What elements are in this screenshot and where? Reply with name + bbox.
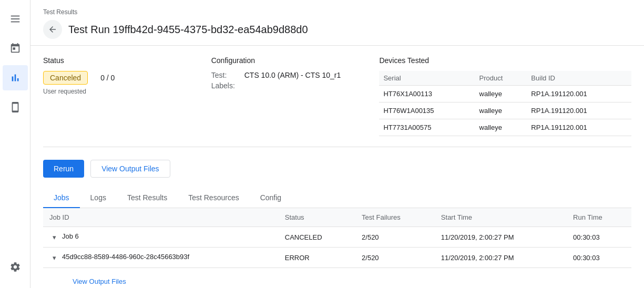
job-start-cell: 11/20/2019, 2:00:27 PM <box>435 248 567 268</box>
devices-col-buildid: Build ID <box>527 71 631 86</box>
config-label: Configuration <box>211 56 380 65</box>
back-button[interactable] <box>43 20 62 39</box>
jobs-col-status: Status <box>279 208 355 227</box>
jobs-col-failures: Test Failures <box>355 208 435 227</box>
user-requested-text: User requested <box>43 88 211 95</box>
job-failures-cell: 2/520 <box>355 248 435 268</box>
devices-table-row: HT76W1A00135 walleye RP1A.191120.001 <box>379 102 631 119</box>
expand-icon[interactable]: ▾ <box>49 253 59 262</box>
status-badge: Canceled <box>43 71 88 85</box>
view-output-files-link[interactable]: View Output Files <box>66 273 132 288</box>
jobs-col-runtime: Run Time <box>567 208 631 227</box>
view-output-button[interactable]: View Output Files <box>90 160 170 178</box>
svg-rect-2 <box>11 22 19 23</box>
devices-table: Serial Product Build ID HT76X1A00113 wal… <box>379 71 631 136</box>
job-start-cell: 11/20/2019, 2:00:27 PM <box>435 227 567 248</box>
job-failures-cell: 2/520 <box>355 227 435 248</box>
device-buildid: RP1A.191120.001 <box>527 86 631 102</box>
svg-rect-1 <box>11 18 19 19</box>
jobs-col-jobid: Job ID <box>43 208 279 227</box>
sidebar-item-list[interactable] <box>3 6 28 32</box>
devices-table-row: HT76X1A00113 walleye RP1A.191120.001 <box>379 86 631 102</box>
devices-col-serial: Serial <box>379 71 475 86</box>
tab-logs[interactable]: Logs <box>80 188 117 208</box>
breadcrumb: Test Results <box>43 8 631 16</box>
tab-jobs[interactable]: Jobs <box>43 188 80 208</box>
tab-test-resources[interactable]: Test Resources <box>178 188 249 208</box>
devices-col: Devices Tested Serial Product Build ID H… <box>379 56 631 136</box>
devices-col-product: Product <box>475 71 527 86</box>
expand-icon[interactable]: ▾ <box>49 232 59 242</box>
jobs-table-row: ▾45d9cc88-8589-4486-960c-28c45663b93f ER… <box>43 248 631 268</box>
device-product: walleye <box>475 119 527 136</box>
job-runtime-cell: 00:30:03 <box>567 227 631 248</box>
content-area: Status Canceled 0 / 0 User requested Con… <box>30 46 644 288</box>
device-buildid: RP1A.191120.001 <box>527 119 631 136</box>
job-id-cell: ▾45d9cc88-8589-4486-960c-28c45663b93f <box>43 248 279 268</box>
sidebar <box>0 0 30 288</box>
progress-text: 0 / 0 <box>100 74 115 82</box>
tabs-bar: Jobs Logs Test Results Test Resources Co… <box>43 188 631 208</box>
rerun-button[interactable]: Rerun <box>43 160 84 178</box>
job-status-cell: CANCELED <box>279 227 355 248</box>
sidebar-item-phone[interactable] <box>3 95 28 120</box>
config-labels-key: Labels: <box>211 81 240 90</box>
page-title: Test Run 19ffb42d-9455-4375-bd32-ea54ab9… <box>68 24 308 36</box>
view-output-row: View Output Files <box>43 268 631 289</box>
svg-rect-0 <box>11 16 19 17</box>
device-serial: HT76X1A00113 <box>379 86 475 102</box>
config-test-value: CTS 10.0 (ARM) - CTS 10_r1 <box>244 71 341 79</box>
job-status-cell: ERROR <box>279 248 355 268</box>
devices-table-row: HT7731A00575 walleye RP1A.191120.001 <box>379 119 631 136</box>
jobs-table: Job ID Status Test Failures Start Time R… <box>43 208 631 288</box>
jobs-col-start: Start Time <box>435 208 567 227</box>
status-label: Status <box>43 56 211 65</box>
jobs-table-row: ▾Job 6 CANCELED 2/520 11/20/2019, 2:00:2… <box>43 227 631 248</box>
tab-test-results[interactable]: Test Results <box>117 188 178 208</box>
job-runtime-cell: 00:30:03 <box>567 248 631 268</box>
config-test-key: Test: <box>211 71 240 79</box>
config-col: Configuration Test: CTS 10.0 (ARM) - CTS… <box>211 56 380 136</box>
sidebar-item-settings[interactable] <box>3 254 28 280</box>
sidebar-item-calendar[interactable] <box>3 36 28 61</box>
device-product: walleye <box>475 86 527 102</box>
sidebar-item-chart[interactable] <box>3 65 28 90</box>
devices-label: Devices Tested <box>379 56 631 65</box>
status-col: Status Canceled 0 / 0 User requested <box>43 56 211 136</box>
device-buildid: RP1A.191120.001 <box>527 102 631 119</box>
action-row: Rerun View Output Files <box>43 160 631 178</box>
device-product: walleye <box>475 102 527 119</box>
tab-config[interactable]: Config <box>250 188 292 208</box>
device-serial: HT7731A00575 <box>379 119 475 136</box>
device-serial: HT76W1A00135 <box>379 102 475 119</box>
main-content: Test Results Test Run 19ffb42d-9455-4375… <box>30 0 644 288</box>
info-section: Status Canceled 0 / 0 User requested Con… <box>43 56 631 147</box>
header: Test Results Test Run 19ffb42d-9455-4375… <box>30 0 644 46</box>
job-id-cell: ▾Job 6 <box>43 227 279 248</box>
